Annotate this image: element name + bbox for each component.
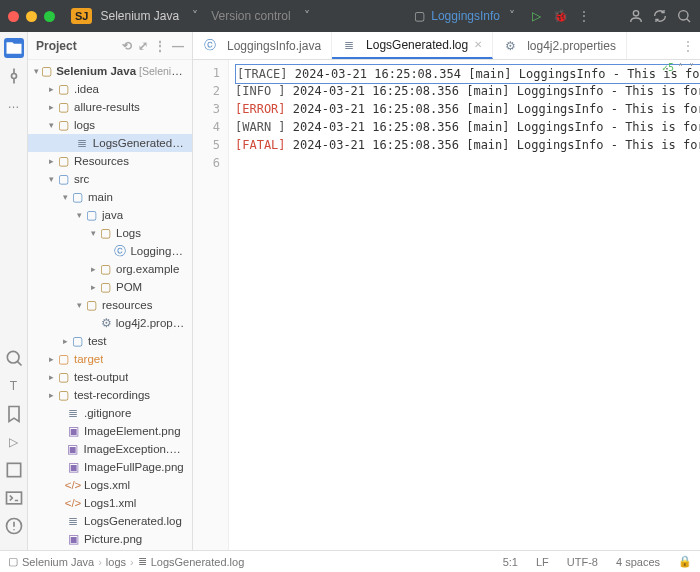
tab-logsgenerated-log[interactable]: ≣ LogsGenerated.log ✕ [332,32,493,59]
tree-pkg-logs[interactable]: ▾▢Logs [28,224,192,242]
close-window-icon[interactable] [8,11,19,22]
code-lines[interactable]: [TRACE] 2024-03-21 16:25:08.354 [main] L… [229,60,700,550]
minimize-window-icon[interactable] [26,11,37,22]
tabs-menu-icon[interactable]: ⋮ [676,32,700,59]
problems-tool-icon[interactable] [4,516,24,536]
run-config-selector[interactable]: ▢ LoggingsInfo ˅ [411,8,520,24]
build-tool-icon[interactable] [4,460,24,480]
search-icon[interactable] [676,8,692,24]
chevron-down-icon[interactable]: ˅ [187,8,203,24]
tab-loggingsinfo-java[interactable]: ⓒ LoggingsInfo.java [193,32,332,59]
terminal-tool-icon[interactable] [4,488,24,508]
crumb-root[interactable]: Selenium Java [22,556,94,568]
bookmarks-tool-icon[interactable] [4,404,24,424]
indent-setting[interactable]: 4 spaces [616,556,660,568]
hide-panel-icon[interactable]: — [172,39,184,53]
chevron-down-icon: ˅ [504,8,520,24]
class-icon: ⓒ [203,39,217,53]
svg-point-3 [7,351,19,363]
tree-folder-test[interactable]: ▸▢test [28,332,192,350]
line-number: 3 [193,100,220,118]
tree-file-picture[interactable]: ▣Picture.png [28,530,192,548]
tree-folder-logs[interactable]: ▾▢logs [28,116,192,134]
debug-icon[interactable]: 🐞 [552,8,568,24]
code-line[interactable]: [WARN ] 2024-03-21 16:25:08.356 [main] L… [235,118,700,136]
refresh-icon[interactable]: ⟲ [122,39,132,53]
editor-tabs: ⓒ LoggingsInfo.java ≣ LogsGenerated.log … [193,32,700,60]
code-line[interactable]: [INFO ] 2024-03-21 16:25:08.356 [main] L… [235,82,700,100]
structure-tool-icon[interactable]: T [4,376,24,396]
tree-pkg-orgexample[interactable]: ▸▢org.example [28,260,192,278]
commit-tool-icon[interactable] [4,66,24,86]
close-tab-icon[interactable]: ✕ [474,39,482,50]
checks-count: ✓5 [662,62,674,73]
expand-icon[interactable]: ⤢ [138,39,148,53]
tree-folder-resources[interactable]: ▾▢resources [28,296,192,314]
line-separator[interactable]: LF [536,556,549,568]
tree-folder-allure[interactable]: ▸▢allure-results [28,98,192,116]
tree-file-gitignore[interactable]: ≣.gitignore [28,404,192,422]
readonly-lock-icon[interactable]: 🔒 [678,555,692,568]
tree-file-image-fullpage[interactable]: ▣ImageFullPage.png [28,458,192,476]
tree-pkg-pom[interactable]: ▸▢POM [28,278,192,296]
run-tool-icon[interactable]: ▷ [4,432,24,452]
user-icon[interactable] [628,8,644,24]
file-encoding[interactable]: UTF-8 [567,556,598,568]
tree-folder-resources-top[interactable]: ▸▢Resources [28,152,192,170]
project-name[interactable]: Selenium Java [100,9,179,23]
file-icon: ≣ [342,38,356,52]
line-number: 4 [193,118,220,136]
more-icon[interactable]: ⋮ [576,8,592,24]
code-line[interactable]: [ERROR] 2024-03-21 16:25:08.356 [main] L… [235,100,700,118]
code-line[interactable] [235,154,700,172]
code-editor[interactable]: 123456 [TRACE] 2024-03-21 16:25:08.354 [… [193,60,700,550]
tree-file-log4j2[interactable]: ⚙log4j2.properties [28,314,192,332]
tab-label: LogsGenerated.log [366,38,468,52]
tree-folder-testrecordings[interactable]: ▸▢test-recordings [28,386,192,404]
inspections-widget[interactable]: ✓5 ˄ ˅ [662,62,694,73]
line-number: 5 [193,136,220,154]
updates-icon[interactable] [652,8,668,24]
nav-arrows[interactable]: ˄ ˅ [678,62,694,73]
tree-file-image-exception[interactable]: ▣ImageException.png [28,440,192,458]
tab-log4j2-properties[interactable]: ⚙ log4j2.properties [493,32,627,59]
project-panel-header: Project ⟲ ⤢ ⋮ — [28,32,192,60]
editor-area: ⓒ LoggingsInfo.java ≣ LogsGenerated.log … [193,32,700,550]
tree-folder-java[interactable]: ▾▢java [28,206,192,224]
more-tool-icon[interactable]: … [4,94,24,114]
crumb-logs[interactable]: logs [106,556,126,568]
tree-class-loggingsinfo[interactable]: ⓒLoggingsInfo [28,242,192,260]
tree-folder-target[interactable]: ▸▢target [28,350,192,368]
options-icon[interactable]: ⋮ [154,39,166,53]
project-tool-icon[interactable] [4,38,24,58]
tree-file-logs1-xml[interactable]: </>Logs1.xml [28,494,192,512]
tree-folder-main[interactable]: ▾▢main [28,188,192,206]
tree-folder-testoutput[interactable]: ▸▢test-output [28,368,192,386]
caret-position[interactable]: 5:1 [503,556,518,568]
tree-file-logs-xml[interactable]: </>Logs.xml [28,476,192,494]
project-tree[interactable]: ▾▢ Selenium Java[SeleniumJava] ▸▢.idea ▸… [28,60,192,550]
version-control-menu[interactable]: Version control [211,9,290,23]
code-line[interactable]: [FATAL] 2024-03-21 16:25:08.356 [main] L… [235,136,700,154]
code-line[interactable]: [TRACE] 2024-03-21 16:25:08.354 [main] L… [235,64,700,82]
svg-rect-5 [6,492,21,504]
line-number: 6 [193,154,220,172]
crumb-file[interactable]: LogsGenerated.log [151,556,245,568]
left-toolstrip: … T ▷ [0,32,28,550]
tree-folder-src[interactable]: ▾▢src [28,170,192,188]
svg-rect-4 [7,463,20,476]
chevron-down-icon[interactable]: ˅ [299,8,315,24]
tree-folder-idea[interactable]: ▸▢.idea [28,80,192,98]
svg-point-2 [11,74,16,79]
tree-file-image-element[interactable]: ▣ImageElement.png [28,422,192,440]
tree-file-logsgenerated[interactable]: ≣LogsGenerated.log [28,134,192,152]
run-icon[interactable]: ▷ [528,8,544,24]
project-badge: SJ [71,8,92,24]
maximize-window-icon[interactable] [44,11,55,22]
run-config-label: LoggingsInfo [431,9,500,23]
breadcrumb[interactable]: ▢ Selenium Java › logs › ≣ LogsGenerated… [8,555,244,568]
svg-point-1 [679,11,688,20]
tree-root[interactable]: ▾▢ Selenium Java[SeleniumJava] [28,62,192,80]
search-tool-icon[interactable] [4,348,24,368]
tree-file-logsgen-local[interactable]: ≣LogsGenerated.log [28,512,192,530]
